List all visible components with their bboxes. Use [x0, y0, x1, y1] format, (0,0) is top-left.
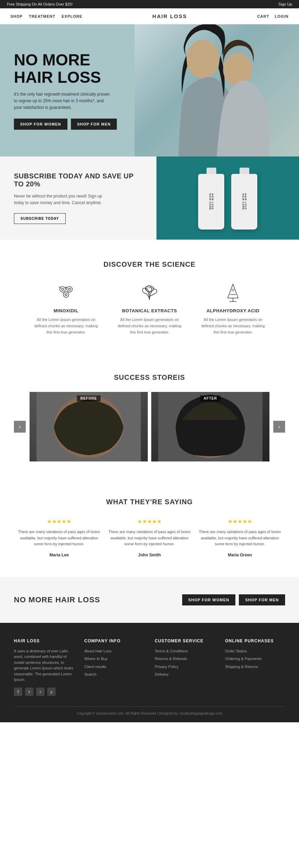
- main-nav: SHOP TREATMENT EXPLORE HAIR LOSS CART LO…: [0, 8, 299, 24]
- hero-buttons: SHOP FOR WOMEN SHOP FOR MEN: [14, 119, 117, 130]
- cta-shop-women-button[interactable]: SHOP FOR WOMEN: [182, 594, 236, 605]
- stars-1: ★★★★★: [108, 518, 191, 525]
- footer-privacy[interactable]: Privacy Policy: [155, 664, 215, 670]
- footer-company-col: COMPANY INFO About Hair Loss Where to Bu…: [84, 638, 145, 696]
- brand-logo[interactable]: HAIR LOSS: [152, 13, 187, 19]
- footer-client-results[interactable]: Client results: [84, 664, 145, 670]
- science-name-1: BOTANICAL EXTRACTS: [115, 308, 184, 313]
- science-section: DISCOVER THE SCIENCE MINOXIDIL All the L…: [0, 240, 299, 356]
- nav-left: SHOP TREATMENT EXPLORE: [10, 14, 82, 18]
- after-image: AFTER: [151, 392, 269, 461]
- stories-section: SUCCESS STOREIS ‹ BEFORE AFTER: [0, 356, 299, 479]
- couple-illustration: [135, 24, 299, 156]
- cta-shop-men-button[interactable]: SHOP FOR MEN: [239, 594, 285, 605]
- svg-point-6: [68, 288, 71, 290]
- science-desc-1: All the Lorem Ipsum generators on define…: [115, 317, 184, 335]
- svg-point-5: [62, 288, 64, 290]
- footer-grid: HAIR LOSS It uses a dictionary of over L…: [14, 638, 285, 696]
- testimonial-0: ★★★★★ There are many variations of pass …: [17, 518, 101, 558]
- social-youtube[interactable]: y: [47, 688, 56, 696]
- science-title: DISCOVER THE SCIENCE: [14, 260, 285, 268]
- testimonial-text-1: There are many variations of pass ages o…: [108, 529, 191, 547]
- stories-next-arrow[interactable]: ›: [273, 421, 285, 433]
- footer-social: f t i y: [14, 688, 74, 696]
- bottle-cap-1: [207, 168, 216, 174]
- science-grid: MINOXIDIL All the Lorem Ipsum generators…: [14, 282, 285, 335]
- subscribe-left: SUBSCRIBE TODAY AND SAVE UP TO 20% Never…: [0, 156, 156, 240]
- hero-description: It's the only hair regrowth treatment cl…: [14, 91, 111, 111]
- signup-link[interactable]: Sign Up: [278, 2, 292, 6]
- nav-right: CART LOGIN: [257, 14, 289, 18]
- cta-banner: NO MORE HAIR LOSS SHOP FOR WOMEN SHOP FO…: [0, 577, 299, 623]
- after-label: AFTER: [200, 395, 220, 401]
- social-facebook[interactable]: f: [14, 688, 22, 696]
- minoxidil-icon: [56, 282, 76, 303]
- footer-delivery[interactable]: Delivery: [155, 672, 215, 677]
- botanical-icon: [139, 282, 160, 303]
- svg-point-7: [65, 294, 67, 296]
- svg-point-3: [67, 287, 72, 292]
- science-name-2: ALPHAHYDROXY ACID: [198, 308, 268, 313]
- shop-women-button[interactable]: SHOP FOR WOMEN: [14, 119, 67, 130]
- footer-company-title: COMPANY INFO: [84, 638, 145, 643]
- footer-purchases-col: ONLINE PURCHASES Order Status Ordering &…: [225, 638, 285, 696]
- footer-order-status[interactable]: Order Status: [225, 648, 285, 654]
- bottle-text-1: HAIR LOSSHAIR CARE: [209, 193, 214, 210]
- footer-copyright: Copyright © domainname.com. All Rights R…: [14, 706, 285, 715]
- footer-where-to-buy[interactable]: Where to Buy: [84, 656, 145, 662]
- hero-content: NO MORE HAIR LOSS It's the only hair reg…: [0, 34, 131, 147]
- hero-image: [135, 24, 299, 156]
- footer-brand-desc: It uses a dictionary of over Latin word,…: [14, 648, 74, 683]
- product-bottle-1: HAIR LOSSHAIR CARE: [198, 174, 224, 230]
- footer-terms[interactable]: Terms & Conditions: [155, 648, 215, 654]
- hero-headline: NO MORE HAIR LOSS: [14, 51, 117, 86]
- footer-returns[interactable]: Returns & Refunds: [155, 656, 215, 662]
- top-bar: Free Shipping On All Orders Over $25! Si…: [0, 0, 299, 8]
- footer-brand-name: HAIR LOSS: [14, 638, 74, 643]
- stories-images: BEFORE AFTER: [26, 392, 273, 461]
- science-desc-2: All the Lorem Ipsum generators on define…: [198, 317, 268, 335]
- testimonial-2: ★★★★★ There are many variations of pass …: [198, 518, 282, 558]
- footer-search[interactable]: Search: [84, 672, 145, 677]
- before-head-illustration: [30, 392, 148, 461]
- aha-icon: [223, 282, 243, 303]
- footer-shipping[interactable]: Shipping & Returns: [225, 664, 285, 670]
- science-name-0: MINOXIDIL: [31, 308, 101, 313]
- stars-2: ★★★★★: [198, 518, 282, 525]
- testimonials-section: WHAT THEY'RE SAYING ★★★★★ There are many…: [0, 479, 299, 577]
- shop-men-button[interactable]: SHOP FOR MEN: [71, 119, 117, 130]
- social-twitter[interactable]: t: [25, 688, 33, 696]
- subscribe-button[interactable]: SUBSCRIBE TODAY: [14, 213, 66, 224]
- footer-customer-col: CUSTOMER SERVICE Terms & Conditions Retu…: [155, 638, 215, 696]
- testimonial-author-2: Maria Green: [228, 553, 252, 557]
- subscribe-section: SUBSCRIBE TODAY AND SAVE UP TO 20% Never…: [0, 156, 299, 240]
- product-bottle-2: HAIR LOSSHAIR CARE: [231, 174, 257, 230]
- stories-title: SUCCESS STOREIS: [14, 373, 285, 381]
- testimonial-text-2: There are many variations of pass ages o…: [198, 529, 282, 547]
- footer-purchases-title: ONLINE PURCHASES: [225, 638, 285, 643]
- science-item-aha: ALPHAHYDROXY ACID All the Lorem Ipsum ge…: [198, 282, 268, 335]
- science-desc-0: All the Lorem Ipsum generators on define…: [31, 317, 101, 335]
- subscribe-right: HAIR LOSSHAIR CARE HAIR LOSSHAIR CARE: [156, 156, 299, 240]
- testimonials-title: WHAT THEY'RE SAYING: [10, 498, 289, 506]
- nav-treatment[interactable]: TREATMENT: [29, 14, 55, 18]
- nav-shop[interactable]: SHOP: [10, 14, 23, 18]
- footer-customer-title: CUSTOMER SERVICE: [155, 638, 215, 643]
- before-label: BEFORE: [77, 395, 100, 401]
- social-instagram[interactable]: i: [36, 688, 45, 696]
- promo-text: Free Shipping On All Orders Over $25!: [7, 2, 73, 6]
- cta-headline: NO MORE HAIR LOSS: [14, 595, 100, 604]
- footer-ordering[interactable]: Ordering & Payments: [225, 656, 285, 662]
- nav-login[interactable]: LOGIN: [275, 14, 289, 18]
- after-head-illustration: [151, 392, 269, 461]
- stories-prev-arrow[interactable]: ‹: [14, 421, 26, 433]
- svg-point-2: [60, 287, 65, 292]
- footer-about[interactable]: About Hair Loss: [84, 648, 145, 654]
- testimonial-text-0: There are many variations of pass ages o…: [17, 529, 101, 547]
- cta-buttons: SHOP FOR WOMEN SHOP FOR MEN: [182, 594, 285, 605]
- footer-brand-col: HAIR LOSS It uses a dictionary of over L…: [14, 638, 74, 696]
- nav-cart[interactable]: CART: [257, 14, 269, 18]
- bottle-cap-2: [240, 168, 249, 174]
- nav-explore[interactable]: EXPLORE: [62, 14, 82, 18]
- stories-container: ‹ BEFORE AFTER: [14, 392, 285, 461]
